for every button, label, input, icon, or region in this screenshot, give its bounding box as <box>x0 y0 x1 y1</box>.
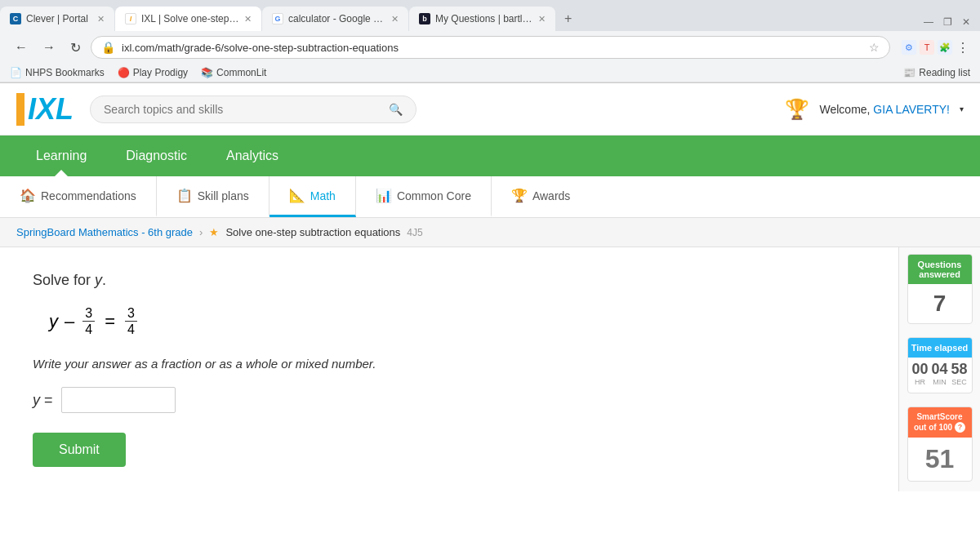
common-core-icon: 📊 <box>376 188 392 203</box>
ext-icon-3[interactable]: 🧩 <box>938 40 952 55</box>
google-favicon-icon: G <box>272 13 283 24</box>
prodigy-icon: 🔴 <box>118 67 130 78</box>
breadcrumb-parent-link[interactable]: SpringBoard Mathematics - 6th grade <box>16 226 193 238</box>
nhps-icon: 📄 <box>10 67 22 78</box>
browser-extensions: ⚙ T 🧩 ⋮ <box>902 40 970 55</box>
equation: y – 3 4 = 3 4 <box>49 305 866 337</box>
user-name: GIA LAVERTY! <box>873 103 950 116</box>
answer-label: y = <box>33 392 53 409</box>
tab-bartleby[interactable]: b My Questions | bartleby ✕ <box>409 7 555 31</box>
nav-item-learning[interactable]: Learning <box>16 136 106 176</box>
reading-list-button[interactable]: 📰 Reading list <box>903 67 970 78</box>
sub-nav-recommendations[interactable]: 🏠 Recommendations <box>0 176 157 217</box>
search-input[interactable] <box>104 103 382 116</box>
bookmark-star-icon[interactable]: ☆ <box>869 41 880 54</box>
bookmark-commonlit[interactable]: 📚 CommonLit <box>201 67 266 78</box>
variable-y: y <box>95 272 102 288</box>
recommendations-icon: 🏠 <box>20 188 36 203</box>
tab-google[interactable]: G calculator - Google Search ✕ <box>262 7 408 31</box>
timer-hr-col: 00 HR <box>911 361 928 386</box>
timer-min-label: MIN <box>933 378 947 386</box>
app-header: IXL 🔍 🏆 Welcome, GIA LAVERTY! ▾ <box>0 83 980 136</box>
lock-icon: 🔒 <box>101 41 115 54</box>
reload-button[interactable]: ↻ <box>65 37 86 59</box>
ixl-favicon-icon: I <box>125 13 136 24</box>
back-button[interactable]: ← <box>10 37 33 58</box>
sub-nav-common-core[interactable]: 📊 Common Core <box>356 176 492 217</box>
forward-button[interactable]: → <box>38 37 60 58</box>
logo-text: IXL <box>28 92 74 127</box>
minimize-button[interactable]: — <box>920 13 937 31</box>
fraction-1-denominator: 4 <box>82 322 95 337</box>
user-dropdown-icon[interactable]: ▾ <box>960 104 964 113</box>
sub-nav-awards[interactable]: 🏆 Awards <box>492 176 590 217</box>
prodigy-label: Play Prodigy <box>133 67 188 78</box>
bookmark-nhps[interactable]: 📄 NHPS Bookmarks <box>10 67 105 78</box>
common-core-label: Common Core <box>397 189 471 202</box>
tab-ixl[interactable]: I IXL | Solve one-step subtraction... ✕ <box>115 7 261 31</box>
breadcrumb-current: Solve one-step subtraction equations <box>225 226 400 238</box>
timer-sec-label: SEC <box>951 378 967 386</box>
logo-bar-icon <box>16 93 24 126</box>
tab-ixl-close-icon[interactable]: ✕ <box>244 14 252 24</box>
address-bar[interactable]: 🔒 ☆ <box>91 36 890 59</box>
math-icon: 📐 <box>289 188 305 203</box>
bookmark-prodigy[interactable]: 🔴 Play Prodigy <box>118 67 188 78</box>
new-tab-button[interactable]: + <box>556 7 580 31</box>
equals-sign: = <box>105 311 115 332</box>
restore-button[interactable]: ❐ <box>940 13 956 31</box>
fraction-1-numerator: 3 <box>82 305 95 322</box>
smart-score-help-icon[interactable]: ? <box>955 422 965 433</box>
ext-icon-2[interactable]: T <box>920 40 934 55</box>
timer-hr-value: 00 <box>911 361 928 378</box>
address-bar-row: ← → ↻ 🔒 ☆ ⚙ T 🧩 ⋮ <box>0 31 980 64</box>
sub-nav-skill-plans[interactable]: 📋 Skill plans <box>157 176 270 217</box>
commonlit-icon: 📚 <box>201 67 213 78</box>
smart-score-value: 51 <box>908 438 972 481</box>
fraction-1: 3 4 <box>82 305 95 337</box>
nhps-label: NHPS Bookmarks <box>25 67 105 78</box>
smart-score-sub: out of 100 ? <box>911 422 969 433</box>
fraction-2-denominator: 4 <box>125 322 137 337</box>
tab-google-label: calculator - Google Search <box>288 13 386 24</box>
smart-score-header: SmartScore out of 100 ? <box>908 407 972 438</box>
breadcrumb-code: 4J5 <box>407 227 422 238</box>
ext-icon-1[interactable]: ⚙ <box>902 40 916 55</box>
tab-bartleby-label: My Questions | bartleby <box>435 13 533 24</box>
clever-favicon-icon: C <box>10 13 21 24</box>
tab-actions: — ❐ ✕ <box>914 13 980 31</box>
timer-min-col: 04 MIN <box>931 361 947 386</box>
awards-icon: 🏆 <box>511 188 528 203</box>
main-content: Solve for y. y – 3 4 = 3 4 Write your an… <box>0 247 898 491</box>
fraction-2: 3 4 <box>125 305 137 337</box>
search-box[interactable]: 🔍 <box>90 96 416 123</box>
sub-nav-math[interactable]: 📐 Math <box>270 176 356 217</box>
tab-clever-label: Clever | Portal <box>26 13 88 24</box>
bartleby-favicon-icon: b <box>419 13 430 24</box>
reading-list-icon: 📰 <box>903 67 915 78</box>
timer-sec-value: 58 <box>951 361 968 378</box>
bookmarks-bar: 📄 NHPS Bookmarks 🔴 Play Prodigy 📚 Common… <box>0 64 980 82</box>
close-button[interactable]: ✕ <box>959 13 973 31</box>
tab-google-close-icon[interactable]: ✕ <box>391 14 399 24</box>
smart-score-label: SmartScore <box>911 412 969 422</box>
answer-input[interactable] <box>61 387 176 413</box>
skill-plans-label: Skill plans <box>198 189 249 202</box>
skill-plans-icon: 📋 <box>176 188 193 203</box>
submit-button[interactable]: Submit <box>33 433 126 467</box>
tab-bartleby-close-icon[interactable]: ✕ <box>538 14 546 24</box>
commonlit-label: CommonLit <box>216 67 266 78</box>
tab-clever-close-icon[interactable]: ✕ <box>97 14 105 24</box>
header-right: 🏆 Welcome, GIA LAVERTY! ▾ <box>785 98 964 121</box>
tab-clever[interactable]: C Clever | Portal ✕ <box>0 7 114 31</box>
address-input[interactable] <box>122 42 862 54</box>
ixl-logo[interactable]: IXL <box>16 92 74 127</box>
fraction-2-numerator: 3 <box>125 305 137 322</box>
minus-sign: – <box>65 311 74 332</box>
menu-icon[interactable]: ⋮ <box>956 40 970 55</box>
smart-score-card: SmartScore out of 100 ? 51 <box>907 407 973 482</box>
breadcrumb-star-icon[interactable]: ★ <box>209 226 219 238</box>
math-label: Math <box>310 189 336 202</box>
nav-item-analytics[interactable]: Analytics <box>207 136 298 176</box>
nav-item-diagnostic[interactable]: Diagnostic <box>106 136 207 176</box>
